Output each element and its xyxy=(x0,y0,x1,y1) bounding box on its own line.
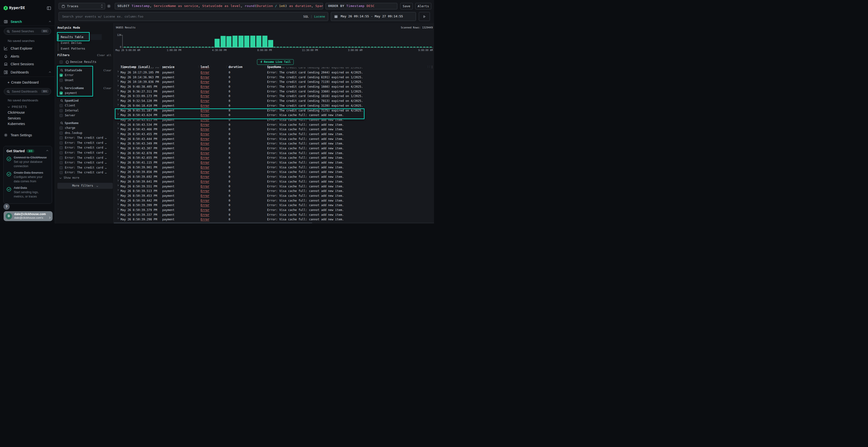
table-row[interactable]: May 26 8:50:43.307 PM payment Error 0 Er… xyxy=(114,146,434,151)
filter-item[interactable]: Error: The credit card … xyxy=(55,156,114,161)
filter-checkbox[interactable] xyxy=(60,146,63,149)
search-icon[interactable] xyxy=(60,99,63,102)
row-expand-chevron-icon[interactable] xyxy=(117,208,119,210)
sidebar-item-search[interactable]: Search xyxy=(0,19,55,25)
table-row[interactable]: May 26 8:50:43.624 PM payment Error 0 Er… xyxy=(114,113,434,118)
mode-results-table[interactable]: Results Table xyxy=(58,34,102,40)
filter-checkbox[interactable] xyxy=(60,171,63,174)
saved-dashboards-input[interactable]: Saved Dashboards ⌘K xyxy=(4,88,51,95)
filter-item[interactable]: dns.lookup xyxy=(55,131,114,136)
row-expand-chevron-icon[interactable] xyxy=(117,166,119,167)
row-expand-chevron-icon[interactable] xyxy=(117,118,119,120)
search-input[interactable] xyxy=(59,12,328,21)
filter-checkbox[interactable] xyxy=(60,132,63,135)
source-settings-gear-icon[interactable] xyxy=(107,4,111,8)
filter-checkbox[interactable] xyxy=(60,74,63,77)
user-menu[interactable]: D dale@clickhouse.com dale@clickhouse.co… xyxy=(4,211,53,221)
table-row[interactable]: May 26 8:50:39.856 PM payment Error 0 Er… xyxy=(114,170,434,175)
row-expand-chevron-icon[interactable] xyxy=(117,156,119,158)
clear-all-link[interactable]: Clear all xyxy=(97,54,112,57)
row-expand-chevron-icon[interactable] xyxy=(117,132,119,134)
filter-checkbox[interactable] xyxy=(60,166,63,169)
row-expand-chevron-icon[interactable] xyxy=(117,142,119,143)
sidebar-collapse-icon[interactable] xyxy=(47,6,51,10)
help-button[interactable]: ? xyxy=(3,204,10,210)
filter-item[interactable]: Error: The credit card … xyxy=(55,170,114,175)
partially-scrolled-row[interactable]: May 26 10:21:31.255 PM payment Error 0 E… xyxy=(114,67,434,70)
filter-item[interactable]: Error: The credit card … xyxy=(55,136,114,141)
scrollbar-thumb[interactable] xyxy=(114,222,312,224)
filter-item[interactable]: Error: The credit card … xyxy=(55,150,114,156)
mode-event-deltas[interactable]: Event Deltas xyxy=(58,40,102,46)
table-row[interactable]: May 26 9:36:27.311 PM payment Error 0 Er… xyxy=(114,89,434,94)
table-row[interactable]: May 26 8:50:42.878 PM payment Error 0 Er… xyxy=(114,151,434,156)
table-row[interactable]: May 26 8:50:39.442 PM payment Error 0 Er… xyxy=(114,198,434,203)
filter-checkbox[interactable] xyxy=(60,151,63,154)
row-expand-chevron-icon[interactable] xyxy=(117,113,119,115)
clear-link[interactable]: Clear xyxy=(103,87,112,90)
get-started-step[interactable]: Add Data Start sending logs, metrics, or… xyxy=(6,185,49,199)
table-row[interactable]: May 26 8:50:39.298 PM payment Error 0 Er… xyxy=(114,217,434,222)
table-row[interactable]: May 26 8:50:39.551 PM payment Error 0 Er… xyxy=(114,184,434,189)
alerts-button[interactable]: Alerts xyxy=(415,3,431,9)
row-expand-chevron-icon[interactable] xyxy=(117,75,119,77)
sidebar-item-client-sessions[interactable]: Client Sessions xyxy=(0,61,55,67)
table-row[interactable]: May 26 8:50:43.534 PM payment Error 0 Er… xyxy=(114,122,434,127)
search-icon[interactable] xyxy=(60,69,63,72)
table-row[interactable]: May 26 8:50:41.115 PM payment Error 0 Er… xyxy=(114,161,434,165)
filter-item[interactable]: Error: The credit card … xyxy=(55,166,114,171)
table-row[interactable]: May 26 9:03:31.187 PM payment Error 0 Er… xyxy=(114,108,434,113)
table-row[interactable]: May 26 8:50:39.641 PM payment Error 0 Er… xyxy=(114,179,434,184)
row-expand-chevron-icon[interactable] xyxy=(117,184,119,186)
sidebar-item-alerts[interactable]: Alerts xyxy=(0,54,55,60)
horizontal-scrollbar[interactable] xyxy=(114,222,434,224)
row-expand-chevron-icon[interactable] xyxy=(117,203,119,205)
filter-checkbox[interactable] xyxy=(60,104,63,107)
filter-item[interactable]: Error xyxy=(55,73,114,78)
row-expand-chevron-icon[interactable] xyxy=(117,71,119,72)
source-select[interactable]: Traces xyxy=(59,3,105,9)
filter-item[interactable]: Error: The credit card … xyxy=(55,145,114,150)
create-dashboard-button[interactable]: + Create Dashboard xyxy=(0,79,55,86)
search-icon[interactable] xyxy=(60,122,63,125)
row-expand-chevron-icon[interactable] xyxy=(117,161,119,162)
table-row[interactable]: May 26 8:50:43.455 PM payment Error 0 Er… xyxy=(114,132,434,137)
filter-checkbox[interactable] xyxy=(60,114,63,117)
table-row[interactable]: May 26 8:50:39.692 PM payment Error 0 Er… xyxy=(114,175,434,179)
row-expand-chevron-icon[interactable] xyxy=(117,94,119,96)
row-expand-chevron-icon[interactable] xyxy=(117,137,119,139)
row-expand-chevron-icon[interactable] xyxy=(117,180,119,181)
table-row[interactable]: May 26 10:14:36.963 PM payment Error 0 E… xyxy=(114,75,434,80)
show-more-toggle[interactable]: Show more xyxy=(55,176,114,180)
row-expand-chevron-icon[interactable] xyxy=(117,123,119,125)
row-expand-chevron-icon[interactable] xyxy=(117,199,119,200)
filter-checkbox[interactable] xyxy=(60,127,63,130)
filter-item[interactable]: Internal xyxy=(55,108,114,113)
table-row[interactable]: May 26 8:50:39.453 PM payment Error 0 Er… xyxy=(114,194,434,198)
more-filters-button[interactable]: More filters xyxy=(57,183,113,189)
row-expand-chevron-icon[interactable] xyxy=(117,128,119,129)
row-expand-chevron-icon[interactable] xyxy=(117,108,119,110)
table-row[interactable]: May 26 8:50:39.399 PM payment Error 0 Er… xyxy=(114,203,434,208)
row-expand-chevron-icon[interactable] xyxy=(117,99,119,101)
table-row[interactable]: May 26 8:50:43.349 PM payment Error 0 Er… xyxy=(114,141,434,146)
filter-checkbox[interactable] xyxy=(60,156,63,160)
filter-item[interactable]: Client xyxy=(55,103,114,108)
row-expand-chevron-icon[interactable] xyxy=(117,146,119,148)
table-row[interactable]: May 26 8:50:39.513 PM payment Error 0 Er… xyxy=(114,189,434,194)
filter-item[interactable]: Unset xyxy=(55,78,114,83)
filter-item[interactable]: Error: The credit card … xyxy=(55,141,114,146)
sql-select-editor[interactable]: SELECT Timestamp, ServiceName as service… xyxy=(115,3,323,9)
row-expand-chevron-icon[interactable] xyxy=(117,151,119,153)
row-expand-chevron-icon[interactable] xyxy=(117,90,119,91)
filter-checkbox[interactable] xyxy=(60,92,63,95)
filter-item[interactable]: charge xyxy=(55,126,114,131)
row-expand-chevron-icon[interactable] xyxy=(117,104,119,105)
save-button[interactable]: Save xyxy=(400,3,413,9)
filter-item[interactable]: Server xyxy=(55,113,114,118)
sidebar-item-dashboards[interactable]: Dashboards xyxy=(0,69,55,76)
table-row[interactable]: May 26 9:33:09.173 PM payment Error 0 Er… xyxy=(114,94,434,99)
get-started-step[interactable]: Create Data Sources Configure where your… xyxy=(6,170,49,183)
lucene-toggle[interactable]: Lucene xyxy=(314,15,325,18)
denoise-checkbox[interactable] xyxy=(60,61,63,64)
